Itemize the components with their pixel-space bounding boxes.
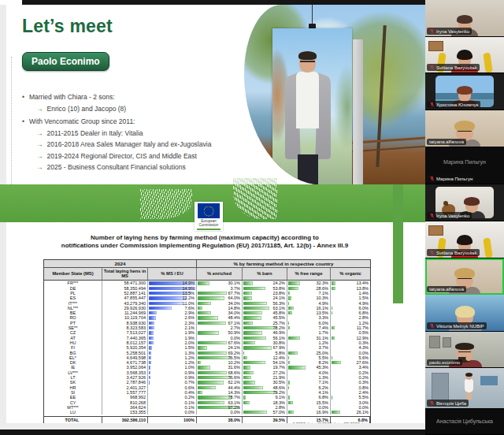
participant-tile[interactable]: Viktoria Melnyk NUBIP	[425, 295, 504, 332]
sub-bullet-item: → 2025 - Business Consultant Financial s…	[36, 163, 243, 172]
col-ms-eu: % MS / EU	[148, 268, 197, 281]
data-bar	[198, 381, 224, 384]
participant-name-label: Svitlana Bazyvoliak	[427, 249, 480, 256]
col-barn: % barn	[243, 268, 287, 281]
bullet-item: • With Vencomatic Group since 2011:	[22, 117, 243, 126]
col-enriched: % enriched	[197, 268, 243, 281]
table-cell: 153,355	[102, 410, 148, 415]
data-bar	[198, 311, 211, 314]
hair	[298, 51, 317, 60]
data-bar	[288, 326, 290, 329]
data-bar	[149, 302, 183, 305]
col-free-range: % free range	[287, 268, 331, 281]
data-bar	[198, 396, 232, 399]
eu-flag-icon	[198, 203, 220, 218]
data-bar	[243, 302, 267, 305]
table-cell: 0.0%	[148, 410, 197, 415]
participant-tile-camera-off[interactable]: Анастасія Цибульська	[425, 409, 504, 435]
data-bar	[149, 361, 151, 364]
face	[299, 54, 316, 72]
sub-bullet-item: → 2019-2024 Regional Director, CIS and M…	[36, 152, 243, 161]
participant-name-label: Viktoria Melnyk NUBIP	[427, 322, 487, 329]
sub-bullet-text: Enrico (10) and Jacopo (8)	[47, 105, 127, 113]
data-bar	[198, 341, 227, 344]
data-bar	[149, 341, 154, 344]
data-bar	[149, 351, 151, 355]
arrow-icon: →	[36, 152, 43, 161]
data-bar	[198, 386, 216, 389]
data-bar	[198, 322, 226, 325]
slide-title: Let’s meet	[22, 16, 113, 37]
data-bar	[332, 287, 335, 290]
data-bar	[149, 366, 150, 369]
data-bar	[149, 356, 151, 359]
participant-tile[interactable]: tatyana.alfanova	[425, 110, 504, 147]
data-bar	[288, 311, 292, 314]
mic-muted-icon	[429, 323, 435, 329]
landscape-photo	[244, 5, 425, 185]
data-bar	[198, 371, 227, 374]
participant-name-label: Iryna Vasylenko	[427, 28, 472, 35]
meeting-window: Let’s meet Paolo Econimo • Married with …	[0, 0, 504, 435]
data-bar	[332, 326, 335, 329]
data-bar	[243, 341, 255, 344]
participant-tile[interactable]: Iryna Vasylenko	[425, 0, 504, 37]
data-bar	[332, 336, 335, 340]
data-bar	[288, 292, 290, 295]
glasses	[300, 61, 315, 65]
participant-tile[interactable]: Iryna Vasylenko	[425, 184, 504, 221]
data-bar	[288, 396, 290, 399]
data-bar	[198, 356, 231, 359]
data-bar	[149, 296, 187, 299]
participant-tile[interactable]: Svitlana Bazyvoliak	[425, 37, 504, 73]
participant-tile-active[interactable]: tatyana.alfanova	[425, 258, 504, 295]
eu-stars-icon	[204, 206, 214, 216]
bullet-marker: •	[22, 117, 24, 126]
camera-off-name: Анастасія Цибульська	[425, 418, 504, 424]
data-bar	[332, 356, 332, 359]
bottom-chrome-bar	[0, 429, 425, 435]
data-bar	[198, 296, 224, 299]
data-bar	[243, 336, 266, 340]
shared-screen: Let’s meet Paolo Econimo • Married with …	[0, 0, 425, 435]
table-cell: 26.1%	[331, 410, 370, 415]
participant-name-label: tatyana.alfanova	[427, 286, 466, 292]
data-bar	[198, 302, 211, 305]
mic-muted-icon	[429, 102, 435, 107]
data-bar	[288, 307, 294, 310]
mic-muted-icon	[429, 213, 435, 218]
data-bar	[198, 307, 202, 310]
participant-name-label: Марина Пильгун	[427, 175, 475, 182]
data-bar	[243, 396, 246, 399]
participant-tile[interactable]: Христина Юхимчук	[425, 73, 504, 110]
participant-tile-camera-off[interactable]: Марина Пильгун Марина Пильгун	[425, 147, 504, 184]
participants-sidebar[interactable]: Iryna Vasylenko Svitlana Bazyvoliak Хрис…	[425, 0, 504, 435]
data-bar	[198, 401, 224, 404]
data-bar	[243, 296, 252, 299]
data-bar	[243, 386, 263, 389]
hallway-window-decor	[480, 376, 498, 385]
sub-bullet-item: → Enrico (10) and Jacopo (8)	[36, 105, 243, 113]
participant-name-label: Iryna Vasylenko	[427, 212, 472, 219]
chair-decor	[483, 237, 492, 258]
data-bar	[288, 296, 291, 299]
mic-muted-icon	[429, 28, 435, 34]
participant-tile[interactable]: Svitlana Bazyvoliak	[425, 221, 504, 258]
participant-name-label: paolo.econimo	[427, 359, 462, 366]
data-bar	[243, 391, 276, 394]
data-bar	[149, 331, 154, 334]
farming-method-header: % by farming method in respective countr…	[197, 260, 370, 268]
data-bar	[198, 391, 202, 394]
data-bar	[198, 331, 219, 334]
col-total-hens: Total laying hens in MS	[102, 268, 148, 281]
table-cell: LU	[44, 410, 102, 415]
shelf-decor	[428, 225, 443, 236]
presenter-name-badge: Paolo Econimo	[22, 52, 109, 71]
presenter-figure	[272, 28, 352, 185]
data-bar	[243, 281, 253, 284]
participant-tile[interactable]: paolo.econimo	[425, 332, 504, 368]
table-cell: 57.0%	[243, 410, 287, 415]
participant-tile[interactable]: Вікторія Циба	[425, 368, 504, 409]
table-title: Number of laying hens by farming method …	[32, 234, 378, 250]
data-bar	[149, 307, 172, 310]
